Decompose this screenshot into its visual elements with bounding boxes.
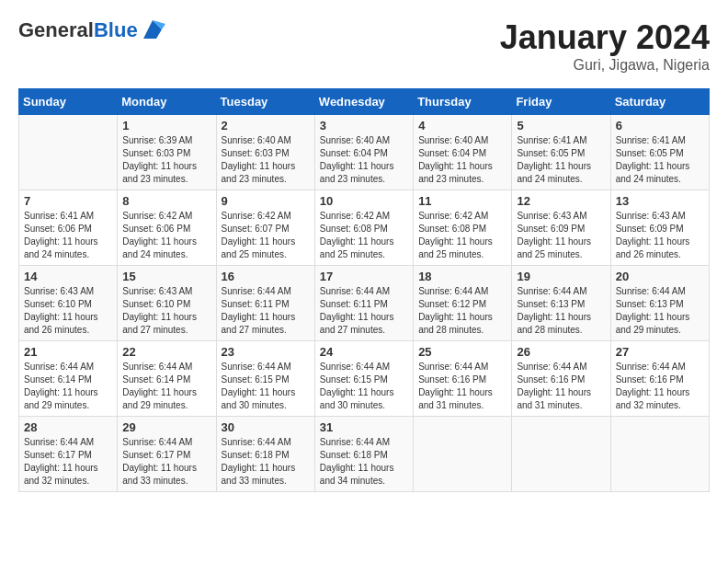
- logo: GeneralBlue: [18, 18, 165, 42]
- cell-content: Sunrise: 6:44 AMSunset: 6:15 PMDaylight:…: [320, 361, 408, 412]
- calendar-cell: 19Sunrise: 6:44 AMSunset: 6:13 PMDayligh…: [512, 266, 610, 341]
- cell-content: Sunrise: 6:40 AMSunset: 6:04 PMDaylight:…: [320, 134, 408, 186]
- calendar-cell: 7Sunrise: 6:41 AMSunset: 6:06 PMDaylight…: [19, 190, 118, 266]
- day-number: 29: [122, 420, 210, 434]
- calendar-cell: 2Sunrise: 6:40 AMSunset: 6:03 PMDaylight…: [216, 115, 314, 190]
- cell-content: Sunrise: 6:44 AMSunset: 6:16 PMDaylight:…: [418, 361, 506, 412]
- cell-content: Sunrise: 6:40 AMSunset: 6:03 PMDaylight:…: [222, 134, 310, 186]
- cell-content: Sunrise: 6:43 AMSunset: 6:09 PMDaylight:…: [616, 210, 704, 261]
- calendar-cell: 16Sunrise: 6:44 AMSunset: 6:11 PMDayligh…: [216, 266, 314, 341]
- calendar-cell: 21Sunrise: 6:44 AMSunset: 6:14 PMDayligh…: [19, 341, 118, 417]
- cell-content: Sunrise: 6:42 AMSunset: 6:06 PMDaylight:…: [122, 210, 210, 261]
- dow-header: Monday: [118, 89, 216, 115]
- cell-content: Sunrise: 6:42 AMSunset: 6:07 PMDaylight:…: [222, 210, 310, 261]
- calendar-cell: [414, 417, 512, 492]
- cell-content: Sunrise: 6:44 AMSunset: 6:11 PMDaylight:…: [222, 285, 310, 337]
- cell-content: Sunrise: 6:44 AMSunset: 6:12 PMDaylight:…: [418, 285, 506, 337]
- cell-content: Sunrise: 6:44 AMSunset: 6:17 PMDaylight:…: [122, 436, 210, 488]
- day-number: 2: [222, 119, 310, 132]
- cell-content: Sunrise: 6:44 AMSunset: 6:14 PMDaylight:…: [24, 361, 112, 412]
- calendar-cell: 17Sunrise: 6:44 AMSunset: 6:11 PMDayligh…: [314, 266, 413, 341]
- calendar-title: January 2024: [500, 18, 710, 57]
- calendar-cell: 31Sunrise: 6:44 AMSunset: 6:18 PMDayligh…: [314, 417, 413, 492]
- calendar-cell: [19, 115, 118, 190]
- day-number: 28: [24, 420, 112, 434]
- cell-content: Sunrise: 6:41 AMSunset: 6:05 PMDaylight:…: [517, 134, 605, 186]
- cell-content: Sunrise: 6:42 AMSunset: 6:08 PMDaylight:…: [418, 210, 506, 261]
- day-number: 27: [616, 345, 704, 359]
- cell-content: Sunrise: 6:44 AMSunset: 6:13 PMDaylight:…: [616, 285, 704, 337]
- logo-icon: [140, 17, 165, 42]
- calendar-cell: 25Sunrise: 6:44 AMSunset: 6:16 PMDayligh…: [414, 341, 512, 417]
- calendar-cell: 11Sunrise: 6:42 AMSunset: 6:08 PMDayligh…: [414, 190, 512, 266]
- day-number: 1: [122, 119, 210, 132]
- calendar-cell: 20Sunrise: 6:44 AMSunset: 6:13 PMDayligh…: [610, 266, 709, 341]
- cell-content: Sunrise: 6:44 AMSunset: 6:16 PMDaylight:…: [616, 361, 704, 412]
- cell-content: Sunrise: 6:44 AMSunset: 6:18 PMDaylight:…: [222, 436, 310, 488]
- calendar-cell: 26Sunrise: 6:44 AMSunset: 6:16 PMDayligh…: [512, 341, 610, 417]
- cell-content: Sunrise: 6:40 AMSunset: 6:04 PMDaylight:…: [418, 134, 506, 186]
- title-block: January 2024 Guri, Jigawa, Nigeria: [500, 18, 710, 74]
- cell-content: Sunrise: 6:44 AMSunset: 6:11 PMDaylight:…: [320, 285, 408, 337]
- day-number: 8: [122, 194, 210, 208]
- day-number: 25: [418, 345, 506, 359]
- cell-content: Sunrise: 6:43 AMSunset: 6:09 PMDaylight:…: [517, 210, 605, 261]
- dow-header: Sunday: [19, 89, 118, 115]
- calendar-cell: [512, 417, 610, 492]
- day-number: 31: [320, 420, 408, 434]
- day-number: 24: [320, 345, 408, 359]
- calendar-cell: 3Sunrise: 6:40 AMSunset: 6:04 PMDaylight…: [314, 115, 413, 190]
- cell-content: Sunrise: 6:42 AMSunset: 6:08 PMDaylight:…: [320, 210, 408, 261]
- calendar-cell: 5Sunrise: 6:41 AMSunset: 6:05 PMDaylight…: [512, 115, 610, 190]
- day-number: 26: [517, 345, 605, 359]
- calendar-cell: 10Sunrise: 6:42 AMSunset: 6:08 PMDayligh…: [314, 190, 413, 266]
- calendar-table: SundayMondayTuesdayWednesdayThursdayFrid…: [18, 88, 710, 492]
- calendar-cell: 4Sunrise: 6:40 AMSunset: 6:04 PMDaylight…: [414, 115, 512, 190]
- cell-content: Sunrise: 6:44 AMSunset: 6:16 PMDaylight:…: [517, 361, 605, 412]
- calendar-cell: 22Sunrise: 6:44 AMSunset: 6:14 PMDayligh…: [118, 341, 216, 417]
- calendar-cell: 27Sunrise: 6:44 AMSunset: 6:16 PMDayligh…: [610, 341, 709, 417]
- calendar-cell: 13Sunrise: 6:43 AMSunset: 6:09 PMDayligh…: [610, 190, 709, 266]
- day-number: 15: [122, 270, 210, 283]
- day-number: 14: [24, 270, 112, 283]
- cell-content: Sunrise: 6:41 AMSunset: 6:05 PMDaylight:…: [616, 134, 704, 186]
- logo-general: General: [18, 18, 94, 41]
- calendar-cell: 24Sunrise: 6:44 AMSunset: 6:15 PMDayligh…: [314, 341, 413, 417]
- day-number: 23: [222, 345, 310, 359]
- logo-blue: Blue: [94, 18, 138, 41]
- day-number: 4: [418, 119, 506, 132]
- dow-header: Thursday: [414, 89, 512, 115]
- dow-header: Wednesday: [314, 89, 413, 115]
- day-number: 21: [24, 345, 112, 359]
- dow-header: Saturday: [610, 89, 709, 115]
- day-number: 10: [320, 194, 408, 208]
- calendar-cell: 28Sunrise: 6:44 AMSunset: 6:17 PMDayligh…: [19, 417, 118, 492]
- cell-content: Sunrise: 6:44 AMSunset: 6:13 PMDaylight:…: [517, 285, 605, 337]
- cell-content: Sunrise: 6:44 AMSunset: 6:18 PMDaylight:…: [320, 436, 408, 488]
- cell-content: Sunrise: 6:43 AMSunset: 6:10 PMDaylight:…: [24, 285, 112, 337]
- cell-content: Sunrise: 6:41 AMSunset: 6:06 PMDaylight:…: [24, 210, 112, 261]
- day-number: 13: [616, 194, 704, 208]
- day-number: 12: [517, 194, 605, 208]
- day-number: 3: [320, 119, 408, 132]
- calendar-cell: 6Sunrise: 6:41 AMSunset: 6:05 PMDaylight…: [610, 115, 709, 190]
- day-number: 11: [418, 194, 506, 208]
- day-number: 22: [122, 345, 210, 359]
- cell-content: Sunrise: 6:39 AMSunset: 6:03 PMDaylight:…: [122, 134, 210, 186]
- calendar-cell: 30Sunrise: 6:44 AMSunset: 6:18 PMDayligh…: [216, 417, 314, 492]
- day-number: 17: [320, 270, 408, 283]
- day-number: 5: [517, 119, 605, 132]
- day-number: 19: [517, 270, 605, 283]
- page-header: GeneralBlue January 2024 Guri, Jigawa, N…: [18, 18, 710, 74]
- day-number: 18: [418, 270, 506, 283]
- day-number: 7: [24, 194, 112, 208]
- calendar-cell: 14Sunrise: 6:43 AMSunset: 6:10 PMDayligh…: [19, 266, 118, 341]
- dow-header: Tuesday: [216, 89, 314, 115]
- calendar-cell: 12Sunrise: 6:43 AMSunset: 6:09 PMDayligh…: [512, 190, 610, 266]
- cell-content: Sunrise: 6:44 AMSunset: 6:17 PMDaylight:…: [24, 436, 112, 488]
- calendar-cell: 8Sunrise: 6:42 AMSunset: 6:06 PMDaylight…: [118, 190, 216, 266]
- calendar-cell: 29Sunrise: 6:44 AMSunset: 6:17 PMDayligh…: [118, 417, 216, 492]
- day-number: 20: [616, 270, 704, 283]
- cell-content: Sunrise: 6:44 AMSunset: 6:14 PMDaylight:…: [122, 361, 210, 412]
- cell-content: Sunrise: 6:43 AMSunset: 6:10 PMDaylight:…: [122, 285, 210, 337]
